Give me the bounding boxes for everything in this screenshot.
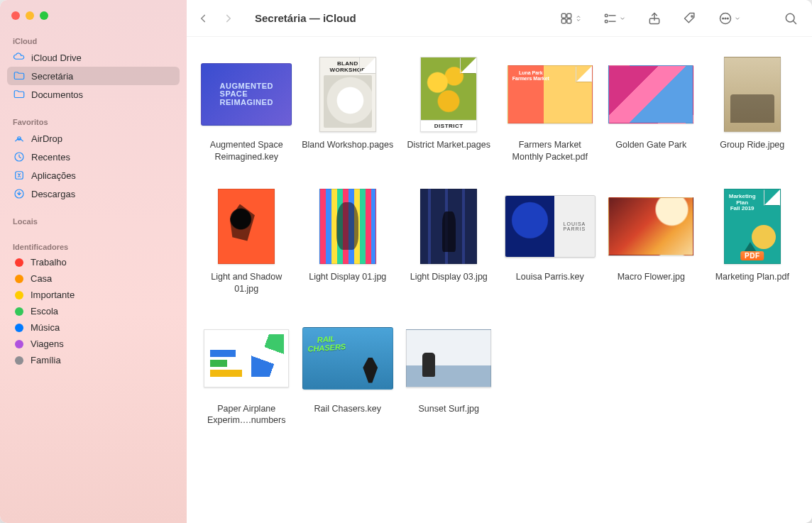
file-item[interactable]: BLANDWORKSHOPBland Workshop.pages [301,55,395,163]
svg-rect-3 [567,18,571,23]
svg-point-12 [725,18,726,19]
tag-item[interactable]: Trabalho [7,254,180,270]
file-browser[interactable]: AUGMENTEDSPACEREIMAGINEDAugmented Space … [187,37,812,523]
forward-button[interactable] [222,12,235,25]
sidebar-item-secretaria[interactable]: Secretária [7,67,180,85]
svg-rect-0 [561,13,566,18]
tag-color-dot [15,340,23,348]
tag-label: Escola [31,306,58,316]
tag-item[interactable]: Música [7,319,180,336]
tag-item[interactable]: Casa [7,270,180,287]
updown-icon [575,15,582,22]
more-icon [718,11,733,26]
file-thumbnail [301,187,395,265]
sidebar-item-documentos[interactable]: Documentos [7,85,180,104]
clock-icon [13,150,26,163]
svg-rect-2 [561,18,566,23]
file-item[interactable]: RAILCHASERSRail Chasers.key [301,319,395,427]
sidebar-item-descargas[interactable]: Descargas [7,185,180,203]
zoom-window-button[interactable] [40,11,48,20]
file-name: Light Display 03.jpg [410,271,488,283]
group-by-button[interactable] [599,9,630,28]
file-thumbnail [604,55,698,133]
back-button[interactable] [197,12,209,25]
tag-label: Música [31,322,60,333]
file-thumbnail: AUGMENTEDSPACEREIMAGINED [199,55,293,133]
tag-color-dot [15,356,23,365]
search-button[interactable] [779,9,802,28]
actions-button[interactable] [714,9,745,28]
file-thumbnail: Luna ParkFarmers Market [503,55,597,133]
tag-item[interactable]: Importante [7,287,180,303]
file-name: Sunset Surf.jpg [419,403,479,415]
file-name: Golden Gate Park [615,139,686,151]
main-area: Secretária — iCloud [187,0,812,523]
svg-rect-6 [605,20,608,22]
tag-color-dot [15,307,23,316]
sidebar-section-icloud: iCloud [7,33,180,48]
sidebar: iCloud iCloud DriveSecretáriaDocumentos … [0,0,187,523]
file-item[interactable]: MarketingPlanFall 2019PDFMarketing Plan.… [706,187,800,295]
sidebar-item-recentes[interactable]: Recentes [7,148,180,166]
file-thumbnail [402,319,495,397]
file-name: Macro Flower.jpg [618,271,685,283]
file-item[interactable]: Paper Airplane Experim….numbers [199,319,294,427]
file-item[interactable]: Light and Shadow 01.jpg [199,187,294,295]
file-thumbnail: DISTRICT [402,55,495,133]
file-grid: AUGMENTEDSPACEREIMAGINEDAugmented Space … [199,55,799,426]
file-thumbnail [706,55,799,133]
download-icon [13,187,26,200]
file-name: Group Ride.jpeg [720,139,784,151]
file-item[interactable]: Luna ParkFarmers MarketFarmers Market Mo… [503,55,598,163]
file-item[interactable]: Macro Flower.jpg [604,187,698,295]
file-name: Light and Shadow 01.jpg [199,271,294,295]
file-item[interactable]: Golden Gate Park [604,55,698,163]
file-name: Farmers Market Monthly Packet.pdf [503,139,598,163]
sidebar-section-favoritos: Favoritos [7,114,180,129]
finder-window: iCloud iCloud DriveSecretáriaDocumentos … [0,0,812,523]
file-item[interactable]: AUGMENTEDSPACEREIMAGINEDAugmented Space … [199,55,294,163]
sidebar-item-label: iCloud Drive [31,53,82,63]
nav-arrows [197,12,235,25]
file-name: Louisa Parris.key [516,271,584,283]
file-item[interactable]: Sunset Surf.jpg [402,319,496,427]
tag-item[interactable]: Família [7,352,180,368]
file-thumbnail: RAILCHASERS [301,319,395,397]
tag-label: Casa [31,273,52,284]
file-item[interactable]: DISTRICTDistrict Market.pages [402,55,496,163]
file-item[interactable]: LOUISAPARRISLouisa Parris.key [503,187,598,295]
svg-point-9 [691,16,693,17]
file-thumbnail [199,187,293,265]
tag-item[interactable]: Escola [7,303,180,319]
pdf-badge: PDF [740,251,764,260]
sidebar-item-airdrop[interactable]: AirDrop [7,129,180,148]
minimize-window-button[interactable] [26,11,34,20]
file-name: Light Display 01.jpg [309,271,386,283]
sidebar-item-label: Aplicações [31,170,76,181]
share-button[interactable] [643,9,666,28]
tag-color-dot [15,275,23,283]
window-title: Secretária — iCloud [255,12,356,24]
group-icon [603,11,618,26]
tags-button[interactable] [679,9,701,28]
sidebar-item-icloud-drive[interactable]: iCloud Drive [7,48,180,67]
file-name: Marketing Plan.pdf [715,271,789,283]
sidebar-section-identificadores: Identificadores [7,238,180,254]
tag-label: Viagens [31,338,64,349]
view-mode-button[interactable] [555,9,586,28]
file-item[interactable]: Group Ride.jpeg [706,55,800,163]
file-name: Augmented Space Reimagined.key [199,139,294,163]
sidebar-section-locais: Locais [7,213,180,229]
tag-item[interactable]: Viagens [7,336,180,352]
sidebar-item-label: Documentos [31,89,83,100]
file-thumbnail: BLANDWORKSHOP [301,55,395,133]
close-window-button[interactable] [11,11,20,20]
file-name: Paper Airplane Experim….numbers [199,403,294,427]
airdrop-icon [13,132,26,145]
file-name: Bland Workshop.pages [302,139,393,151]
sidebar-item-label: AirDrop [31,133,62,144]
sidebar-item-aplicacoes[interactable]: Aplicações [7,166,180,185]
file-item[interactable]: Light Display 01.jpg [301,187,395,295]
file-thumbnail: MarketingPlanFall 2019PDF [706,187,799,265]
file-item[interactable]: Light Display 03.jpg [402,187,496,295]
